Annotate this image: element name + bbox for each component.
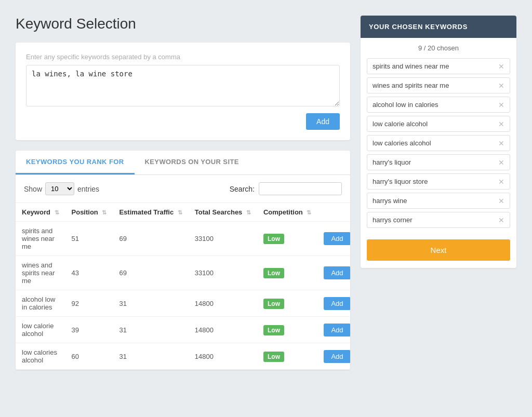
competition-badge: Low	[263, 234, 284, 244]
keywords-table: Keyword ⇅ Position ⇅ Estimated Traffic ⇅	[16, 203, 350, 370]
competition-badge: Low	[263, 325, 284, 335]
col-keyword: Keyword ⇅	[16, 203, 65, 222]
chosen-item: wines and spirits near me ✕	[367, 77, 510, 93]
chosen-item-label: low calories alcohol	[373, 139, 431, 147]
right-panel: YOUR CHOSEN KEYWORDS 9 / 20 chosen spiri…	[361, 16, 516, 370]
table-row: spirits and wines near me 51 69 33100 Lo…	[16, 222, 350, 256]
table-controls: Show 10 25 50 100 entries Search:	[16, 175, 350, 203]
col-position: Position ⇅	[65, 203, 113, 222]
chosen-item: low calories alcohol ✕	[367, 135, 510, 151]
cell-searches: 14800	[189, 343, 257, 370]
row-add-button[interactable]: Add	[324, 232, 350, 245]
remove-keyword-icon[interactable]: ✕	[498, 178, 504, 185]
competition-badge: Low	[263, 352, 284, 362]
row-add-button[interactable]: Add	[324, 350, 350, 363]
chosen-list: spirits and wines near me ✕ wines and sp…	[361, 56, 516, 237]
cell-action: Add	[317, 317, 350, 343]
cell-searches: 14800	[189, 317, 257, 343]
cell-competition: Low	[257, 317, 317, 343]
keyword-textarea[interactable]: la wines, la wine store	[26, 65, 340, 106]
sort-position-icon[interactable]: ⇅	[102, 209, 107, 216]
cell-keyword: alcohol low in calories	[16, 290, 65, 317]
tab-site[interactable]: KEYWORDS ON YOUR SITE	[135, 151, 249, 174]
chosen-item-label: spirits and wines near me	[373, 62, 449, 70]
competition-badge: Low	[263, 299, 284, 309]
chosen-item: low calorie alcohol ✕	[367, 116, 510, 132]
cell-traffic: 31	[113, 343, 188, 370]
cell-searches: 33100	[189, 256, 257, 290]
cell-keyword: low calories alcohol	[16, 343, 65, 370]
show-entries: Show 10 25 50 100 entries	[24, 182, 99, 195]
remove-keyword-icon[interactable]: ✕	[498, 82, 504, 89]
chosen-item-label: alcohol low in calories	[373, 101, 438, 109]
search-input[interactable]	[259, 182, 342, 195]
remove-keyword-icon[interactable]: ✕	[498, 101, 504, 109]
sort-searches-icon[interactable]: ⇅	[246, 209, 251, 216]
sort-competition-icon[interactable]: ⇅	[307, 209, 311, 216]
page-title: Keyword Selection	[16, 16, 350, 32]
competition-badge: Low	[263, 268, 284, 278]
tabs-header: KEYWORDS YOU RANK FOR KEYWORDS ON YOUR S…	[16, 151, 350, 175]
row-add-button[interactable]: Add	[324, 297, 350, 310]
cell-action: Add	[317, 343, 350, 370]
col-traffic: Estimated Traffic ⇅	[113, 203, 188, 222]
cell-keyword: wines and spirits near me	[16, 256, 65, 290]
remove-keyword-icon[interactable]: ✕	[498, 140, 504, 147]
search-label: Search:	[230, 185, 255, 193]
cell-competition: Low	[257, 256, 317, 290]
cell-searches: 33100	[189, 222, 257, 256]
add-button[interactable]: Add	[306, 113, 340, 130]
search-box: Search:	[230, 182, 342, 195]
col-action	[317, 203, 350, 222]
chosen-item-label: harrys corner	[373, 216, 413, 224]
chosen-item: harry's liquor store ✕	[367, 173, 510, 190]
table-row: low calories alcohol 60 31 14800 Low Add	[16, 343, 350, 370]
entries-select[interactable]: 10 25 50 100	[45, 182, 74, 195]
chosen-keywords-card: YOUR CHOSEN KEYWORDS 9 / 20 chosen spiri…	[361, 16, 516, 268]
remove-keyword-icon[interactable]: ✕	[498, 63, 504, 70]
entries-label: entries	[77, 185, 99, 193]
cell-keyword: spirits and wines near me	[16, 222, 65, 256]
cell-position: 51	[65, 222, 113, 256]
chosen-item: alcohol low in calories ✕	[367, 97, 510, 113]
show-label: Show	[24, 185, 42, 193]
chosen-item-label: harry's liquor store	[373, 178, 428, 185]
cell-keyword: low calorie alcohol	[16, 317, 65, 343]
chosen-item-label: low calorie alcohol	[373, 120, 428, 128]
cell-searches: 14800	[189, 290, 257, 317]
remove-keyword-icon[interactable]: ✕	[498, 159, 504, 166]
col-searches: Total Searches ⇅	[189, 203, 257, 222]
tab-rank[interactable]: KEYWORDS YOU RANK FOR	[16, 151, 135, 174]
next-button[interactable]: Next	[367, 239, 510, 261]
remove-keyword-icon[interactable]: ✕	[498, 217, 504, 224]
cell-position: 39	[65, 317, 113, 343]
row-add-button[interactable]: Add	[324, 324, 350, 337]
cell-competition: Low	[257, 222, 317, 256]
remove-keyword-icon[interactable]: ✕	[498, 197, 504, 205]
cell-position: 92	[65, 290, 113, 317]
cell-action: Add	[317, 222, 350, 256]
cell-competition: Low	[257, 343, 317, 370]
chosen-item-label: wines and spirits near me	[373, 82, 449, 89]
cell-action: Add	[317, 290, 350, 317]
cell-traffic: 31	[113, 317, 188, 343]
cell-traffic: 31	[113, 290, 188, 317]
cell-position: 43	[65, 256, 113, 290]
keyword-input-card: Enter any specific keywords separated by…	[16, 43, 350, 140]
chosen-item: harrys corner ✕	[367, 212, 510, 228]
table-row: low calorie alcohol 39 31 14800 Low Add	[16, 317, 350, 343]
cell-position: 60	[65, 343, 113, 370]
input-label: Enter any specific keywords separated by…	[26, 53, 340, 61]
table-row: wines and spirits near me 43 69 33100 Lo…	[16, 256, 350, 290]
table-row: alcohol low in calories 92 31 14800 Low …	[16, 290, 350, 317]
tabs-card: KEYWORDS YOU RANK FOR KEYWORDS ON YOUR S…	[16, 151, 350, 370]
chosen-item-label: harrys wine	[373, 197, 407, 205]
cell-traffic: 69	[113, 222, 188, 256]
chosen-header: YOUR CHOSEN KEYWORDS	[361, 16, 516, 38]
sort-keyword-icon[interactable]: ⇅	[55, 209, 59, 216]
chosen-item: spirits and wines near me ✕	[367, 58, 510, 74]
sort-traffic-icon[interactable]: ⇅	[178, 209, 182, 216]
row-add-button[interactable]: Add	[324, 266, 350, 279]
cell-traffic: 69	[113, 256, 188, 290]
remove-keyword-icon[interactable]: ✕	[498, 120, 504, 128]
